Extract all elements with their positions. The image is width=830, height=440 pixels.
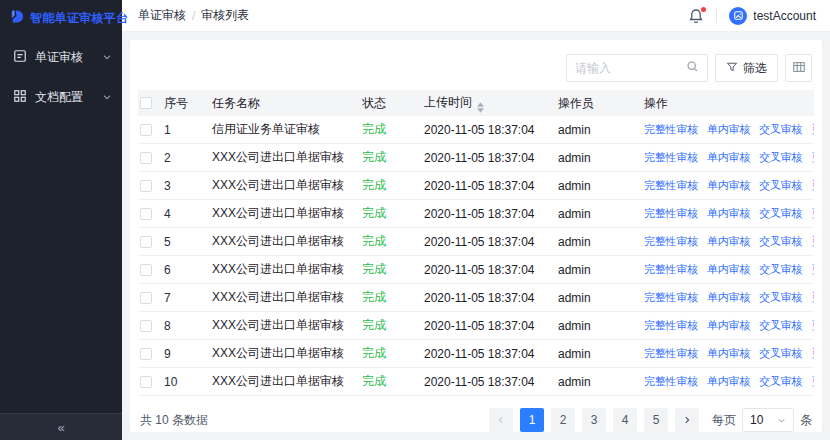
prev-page-button[interactable]	[489, 408, 513, 432]
action-link[interactable]: 完整性审核	[644, 206, 698, 221]
action-link[interactable]: 更多	[811, 206, 814, 221]
action-link[interactable]: 交叉审核	[759, 290, 802, 305]
column-header: 任务名称	[208, 95, 358, 112]
action-link[interactable]: 单内审核	[707, 178, 750, 193]
row-checkbox[interactable]	[140, 180, 152, 192]
action-link[interactable]: 更多	[811, 290, 814, 305]
action-link[interactable]: 交叉审核	[759, 374, 802, 389]
user-avatar[interactable]	[729, 7, 747, 25]
operator-cell: admin	[554, 291, 640, 305]
sidebar: 智能单证审核平台 单证审核 文档配置 «	[0, 0, 122, 440]
search-box	[566, 54, 708, 82]
action-link[interactable]: 完整性审核	[644, 318, 698, 333]
table-row: 10XXX公司进出口单据审核完成2020-11-05 18:37:04admin…	[138, 368, 814, 396]
action-link[interactable]: 完整性审核	[644, 122, 698, 137]
action-link[interactable]: 更多	[811, 234, 814, 249]
action-link[interactable]: 更多	[811, 262, 814, 277]
action-link[interactable]: 单内审核	[707, 346, 750, 361]
table-row: 7XXX公司进出口单据审核完成2020-11-05 18:37:04admin完…	[138, 284, 814, 312]
username-label[interactable]: testAccount	[753, 9, 816, 23]
page-button[interactable]: 3	[582, 408, 606, 432]
search-input[interactable]	[575, 61, 686, 75]
action-link[interactable]: 交叉审核	[759, 318, 802, 333]
action-link[interactable]: 更多	[811, 346, 814, 361]
sort-icon[interactable]	[477, 102, 484, 113]
row-checkbox[interactable]	[140, 152, 152, 164]
search-icon[interactable]	[686, 60, 699, 76]
row-checkbox[interactable]	[140, 236, 152, 248]
page-button[interactable]: 1	[520, 408, 544, 432]
notification-dot	[701, 7, 706, 12]
task-name-cell: XXX公司进出口单据审核	[208, 289, 358, 306]
task-name-cell: XXX公司进出口单据审核	[208, 205, 358, 222]
action-link[interactable]: 单内审核	[707, 318, 750, 333]
page-button[interactable]: 4	[613, 408, 637, 432]
action-link[interactable]: 交叉审核	[759, 150, 802, 165]
breadcrumb-item[interactable]: 单证审核	[138, 7, 186, 24]
page-button[interactable]: 2	[551, 408, 575, 432]
row-checkbox[interactable]	[140, 320, 152, 332]
action-link[interactable]: 更多	[811, 318, 814, 333]
column-header-label: 上传时间	[424, 95, 472, 109]
operator-cell: admin	[554, 207, 640, 221]
action-link[interactable]: 交叉审核	[759, 262, 802, 277]
sidebar-collapse-toggle[interactable]: «	[0, 413, 122, 440]
sidebar-item-label: 单证审核	[35, 49, 83, 66]
content-area: 筛选 序号任务名称状态上传时间操作员操作 1信用证业务单证审核完成2020-11…	[122, 32, 830, 440]
action-link[interactable]: 单内审核	[707, 374, 750, 389]
action-link[interactable]: 交叉审核	[759, 178, 802, 193]
operator-cell: admin	[554, 375, 640, 389]
action-link[interactable]: 单内审核	[707, 206, 750, 221]
select-all-checkbox[interactable]	[140, 97, 152, 109]
action-link[interactable]: 交叉审核	[759, 234, 802, 249]
action-link[interactable]: 更多	[811, 150, 814, 165]
column-header-label: 任务名称	[212, 96, 260, 110]
action-link[interactable]: 完整性审核	[644, 290, 698, 305]
page-size-select[interactable]: 10	[742, 408, 794, 432]
row-checkbox[interactable]	[140, 292, 152, 304]
action-link[interactable]: 单内审核	[707, 290, 750, 305]
status-cell: 完成	[358, 149, 420, 166]
action-link[interactable]: 完整性审核	[644, 262, 698, 277]
main-area: 单证审核 / 审核列表 testAccount	[122, 0, 830, 440]
action-link[interactable]: 完整性审核	[644, 150, 698, 165]
row-checkbox[interactable]	[140, 264, 152, 276]
action-link[interactable]: 单内审核	[707, 234, 750, 249]
action-link[interactable]: 单内审核	[707, 122, 750, 137]
status-cell: 完成	[358, 289, 420, 306]
sidebar-item-document-review[interactable]: 单证审核	[0, 37, 122, 77]
notification-bell-icon[interactable]	[688, 8, 704, 24]
row-checkbox[interactable]	[140, 376, 152, 388]
action-link[interactable]: 更多	[811, 374, 814, 389]
action-link[interactable]: 完整性审核	[644, 178, 698, 193]
column-header-label: 状态	[362, 96, 386, 110]
task-name-cell: XXX公司进出口单据审核	[208, 149, 358, 166]
task-name-cell: XXX公司进出口单据审核	[208, 233, 358, 250]
total-count-label: 共 10 条数据	[140, 412, 208, 429]
row-checkbox[interactable]	[140, 348, 152, 360]
column-header-label: 操作员	[558, 96, 594, 110]
table-row: 2XXX公司进出口单据审核完成2020-11-05 18:37:04admin完…	[138, 144, 814, 172]
sidebar-item-document-config[interactable]: 文档配置	[0, 77, 122, 117]
row-checkbox[interactable]	[140, 124, 152, 136]
action-link[interactable]: 完整性审核	[644, 346, 698, 361]
status-cell: 完成	[358, 261, 420, 278]
action-link[interactable]: 单内审核	[707, 262, 750, 277]
column-settings-button[interactable]	[785, 54, 812, 82]
row-checkbox[interactable]	[140, 208, 152, 220]
page-button[interactable]: 5	[644, 408, 668, 432]
column-header[interactable]: 上传时间	[420, 94, 554, 113]
action-link[interactable]: 完整性审核	[644, 374, 698, 389]
action-link[interactable]: 交叉审核	[759, 346, 802, 361]
operator-cell: admin	[554, 151, 640, 165]
filter-button[interactable]: 筛选	[715, 54, 778, 82]
action-link[interactable]: 更多	[811, 122, 814, 137]
action-link[interactable]: 完整性审核	[644, 234, 698, 249]
action-link[interactable]: 单内审核	[707, 150, 750, 165]
action-link[interactable]: 交叉审核	[759, 206, 802, 221]
action-link[interactable]: 更多	[811, 178, 814, 193]
row-index-cell: 4	[160, 207, 208, 221]
action-link[interactable]: 交叉审核	[759, 122, 802, 137]
next-page-button[interactable]	[675, 408, 699, 432]
per-page-control: 每页 10 条	[712, 408, 812, 432]
